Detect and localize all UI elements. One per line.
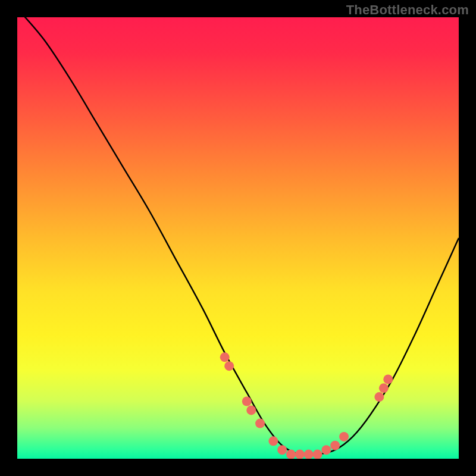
data-marker <box>242 397 252 406</box>
data-marker <box>374 392 384 402</box>
data-marker <box>224 361 234 371</box>
plot-area <box>17 17 459 459</box>
data-marker <box>379 383 389 393</box>
chart-svg <box>17 17 459 459</box>
data-marker <box>304 450 314 459</box>
data-marker <box>313 450 322 459</box>
data-marker <box>339 432 349 441</box>
data-marker <box>255 419 265 428</box>
data-marker <box>220 352 230 362</box>
data-marker <box>286 450 296 459</box>
data-marker <box>277 445 287 455</box>
chart-frame: TheBottleneck.com <box>0 0 476 476</box>
bottleneck-curve <box>17 17 459 455</box>
data-marker <box>330 441 340 450</box>
watermark-text: TheBottleneck.com <box>346 2 469 18</box>
data-marker <box>246 405 256 415</box>
data-marker <box>295 450 305 459</box>
data-markers <box>220 352 393 459</box>
data-marker <box>383 374 393 384</box>
data-marker <box>321 445 331 455</box>
data-marker <box>268 436 278 446</box>
